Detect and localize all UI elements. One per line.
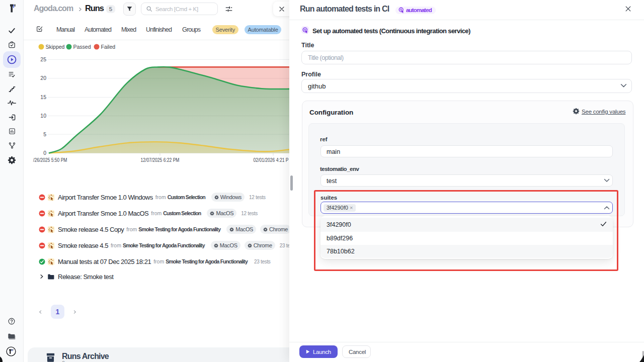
svg-text:20: 20 (40, 75, 46, 81)
svg-text:12/07/2025 6:22 PM: 12/07/2025 6:22 PM (141, 157, 180, 163)
svg-text:Failed: Failed (101, 44, 116, 50)
svg-text:/26/2025 5:50 PM: /26/2025 5:50 PM (33, 157, 67, 163)
svg-text:15: 15 (40, 94, 46, 100)
svg-text:10: 10 (40, 113, 46, 119)
svg-text:Skipped: Skipped (46, 44, 65, 50)
svg-text:Passed: Passed (73, 44, 91, 50)
svg-text:25: 25 (40, 56, 46, 62)
svg-text:0: 0 (43, 150, 46, 156)
svg-text:02/01/2026 4:21 P: 02/01/2026 4:21 P (254, 157, 289, 163)
svg-text:5: 5 (43, 131, 46, 137)
